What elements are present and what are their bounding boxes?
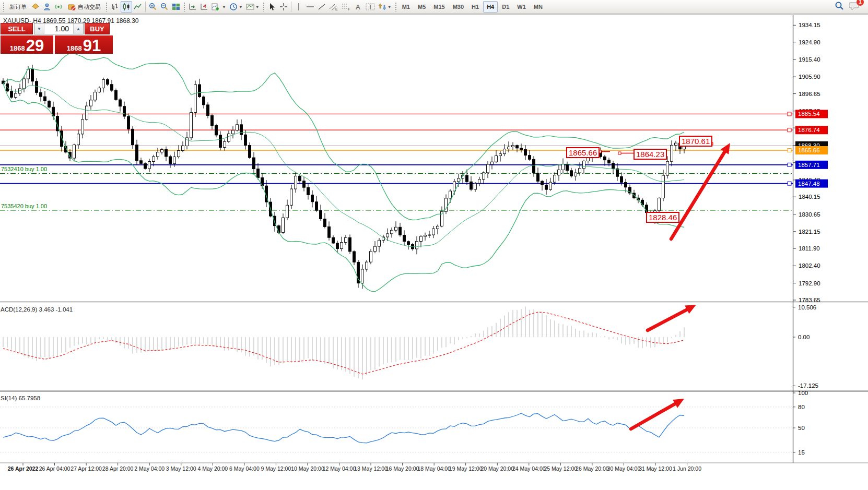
line-chart-icon[interactable] [132, 1, 144, 13]
position-label: 7532410 buy 1.00 [1, 166, 47, 172]
cursor-icon[interactable] [266, 1, 278, 13]
time-tick: 12 May 04:00 [323, 465, 356, 472]
chat-icon[interactable]: 1 [849, 2, 860, 13]
candlestick-series [2, 65, 686, 289]
new-order-button[interactable]: 新订单 [6, 1, 30, 13]
price-annotation[interactable]: 1870.61 [679, 136, 712, 147]
time-tick: 2 May 04:00 [134, 465, 165, 472]
horizontal-line-icon[interactable] [304, 1, 316, 13]
price-annotation[interactable]: 1864.23 [634, 149, 667, 160]
macd-signal-line [3, 312, 684, 374]
bollinger-lower [3, 83, 684, 292]
community-icon[interactable] [41, 1, 53, 13]
time-tick: 4 May 20:00 [197, 465, 228, 472]
sell-price[interactable]: 1868 29 [1, 35, 53, 54]
time-tick: 1 Jun 20:00 [673, 465, 701, 472]
trend-arrow[interactable] [648, 309, 687, 330]
volume-decrease-button[interactable]: ▼ [34, 23, 44, 34]
level-handle[interactable] [788, 128, 791, 132]
toolbar-separator [145, 2, 146, 12]
rsi-indicator-label: SI(14) 65.7958 [1, 395, 40, 401]
timeframe-h1[interactable]: H1 [468, 1, 483, 13]
svg-text:A: A [356, 3, 360, 11]
text-icon[interactable]: A [353, 1, 364, 13]
time-tick: 19 May 12:00 [449, 465, 483, 472]
price-tick: 1905.90 [799, 74, 820, 80]
toolbar-grip[interactable] [105, 2, 108, 11]
timeframe-mn[interactable]: MN [530, 1, 546, 13]
volume-value[interactable]: 1.00 [44, 23, 73, 34]
periods-button[interactable]: ▼ [228, 1, 244, 13]
label-icon[interactable]: T [364, 1, 377, 13]
timeframe-w1[interactable]: W1 [513, 1, 530, 13]
bar-chart-icon[interactable] [109, 1, 121, 13]
level-handle[interactable] [788, 182, 791, 185]
trendline-icon[interactable] [316, 1, 327, 13]
main-toolbar: 新订单 自动交易 ▼ ▼ [0, 0, 868, 14]
auto-trading-button[interactable]: 自动交易 [64, 1, 104, 13]
buy-price-big: 91 [83, 39, 101, 54]
templates-button[interactable]: ▼ [244, 1, 261, 13]
price-tick: 1896.65 [799, 91, 820, 97]
vertical-line-icon[interactable] [293, 1, 304, 13]
new-chart-button[interactable]: ▼ [210, 1, 228, 13]
timeframe-m30[interactable]: M30 [449, 1, 467, 13]
timeframe-m1[interactable]: M1 [398, 1, 414, 13]
toolbar-grip[interactable] [3, 2, 5, 11]
buy-price-prefix: 1868 [67, 45, 82, 54]
search-icon[interactable] [835, 1, 844, 13]
time-tick: 26 Apr 04:00 [39, 465, 71, 472]
sell-price-big: 29 [26, 39, 44, 54]
price-tick: 1840.15 [799, 194, 820, 200]
toolbar-grip[interactable] [183, 2, 185, 11]
chevron-down-icon: ▼ [255, 5, 260, 9]
crosshair-icon[interactable] [278, 1, 289, 13]
zoom-out-icon[interactable] [159, 1, 170, 13]
zoom-in-icon[interactable] [147, 1, 159, 13]
time-tick: 6 May 04:00 [229, 465, 260, 472]
chevron-down-icon: ▼ [222, 5, 226, 9]
time-axis[interactable]: 26 Apr 202226 Apr 04:0027 Apr 12:0028 Ap… [8, 463, 701, 472]
channel-icon[interactable]: E [327, 1, 340, 13]
market-watch-icon[interactable] [30, 1, 41, 13]
time-tick: 24 May 04:00 [512, 465, 546, 472]
bollinger-upper [3, 53, 684, 220]
price-axis[interactable]: 1934.151924.901915.401905.901896.651887.… [788, 22, 828, 303]
timeframe-m15[interactable]: M15 [430, 1, 448, 13]
price-tick: 1802.40 [799, 262, 820, 269]
notification-badge: 1 [857, 0, 864, 6]
rsi-scale-tick: 50 [798, 425, 805, 431]
price-annotation[interactable]: 1865.66 [566, 147, 600, 158]
level-handle[interactable] [788, 149, 791, 152]
level-handle[interactable] [788, 163, 791, 166]
price-label: 1865.66 [798, 147, 820, 153]
toolbar-grip[interactable] [395, 2, 397, 11]
time-tick: 13 May 12:00 [354, 465, 388, 472]
tile-windows-icon[interactable] [170, 1, 182, 13]
timeframe-h4[interactable]: H4 [483, 1, 498, 13]
toolbar-grip[interactable] [263, 2, 265, 11]
chart-canvas[interactable]: 1934.151924.901915.401905.901896.651887.… [0, 0, 868, 490]
price-label: 1876.74 [798, 127, 820, 133]
signals-icon[interactable] [53, 1, 64, 13]
price-annotation[interactable]: 1828.46 [646, 212, 679, 223]
time-tick: 9 May 12:00 [261, 465, 291, 472]
time-tick: 30 May 04:00 [607, 465, 641, 472]
auto-scroll-icon[interactable] [187, 1, 198, 13]
timeframe-d1[interactable]: D1 [498, 1, 513, 13]
fibonacci-icon[interactable]: F [340, 1, 353, 13]
timeframe-m5[interactable]: M5 [414, 1, 429, 13]
buy-price[interactable]: 1868 91 [55, 35, 113, 54]
svg-text:E: E [335, 7, 338, 11]
buy-button[interactable]: BUY [85, 23, 110, 34]
rsi-scale-tick: 15 [798, 449, 805, 456]
rsi-scale-tick: 100 [798, 390, 808, 396]
volume-increase-button[interactable]: ▲ [73, 23, 83, 34]
price-tick: 1924.90 [799, 39, 820, 45]
candlestick-icon[interactable] [121, 1, 132, 13]
shapes-button[interactable]: ▼ [377, 1, 393, 13]
time-tick: 28 Apr 20:00 [102, 465, 134, 472]
sell-button[interactable]: SELL [1, 23, 33, 34]
chart-shift-icon[interactable] [198, 1, 210, 13]
level-handle[interactable] [788, 112, 791, 116]
